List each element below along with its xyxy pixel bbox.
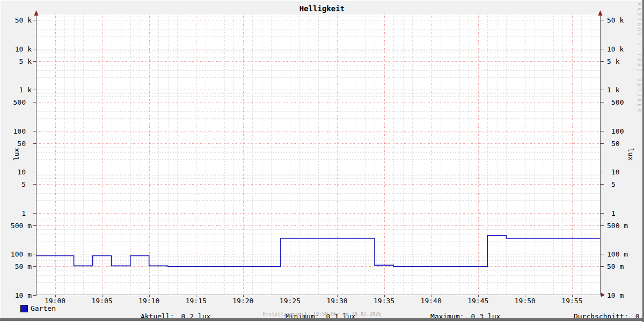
watermark: RRDTOOL / TOBI OETIKER	[636, 3, 642, 114]
y-axis-label-right: 5 k	[607, 57, 619, 65]
x-axis-label: 19:20	[227, 297, 259, 305]
y-axis-label-left: 1	[0, 209, 26, 217]
border-top	[0, 0, 644, 1]
y-axis-label-right: 500 m	[607, 222, 628, 230]
x-axis-label: 19:30	[321, 297, 353, 305]
y-axis-label-right: 500	[611, 98, 624, 106]
y-axis-label-right: 1 k	[607, 86, 619, 94]
y-axis-label-right: 10 k	[607, 45, 624, 53]
y-axis-label-left: 1 k	[0, 86, 32, 94]
x-axis-label: 19:05	[86, 297, 118, 305]
y-axis-label-right: 100 m	[607, 250, 628, 258]
y-axis-arrow-right	[598, 10, 603, 16]
y-axis-label-right: 1	[611, 209, 616, 217]
x-axis-label: 19:35	[368, 297, 400, 305]
y-axis-label-right: 50	[611, 140, 620, 148]
y-axis-label-left: 5 k	[0, 57, 32, 65]
x-axis-label: 19:10	[133, 297, 165, 305]
y-axis-label-right: 10	[611, 168, 620, 176]
plot-area	[0, 0, 644, 322]
x-axis-label: 19:45	[462, 297, 494, 305]
x-axis-label: 19:55	[556, 297, 588, 305]
y-unit-left: lux	[13, 148, 20, 160]
x-axis-label: 19:15	[180, 297, 212, 305]
y-axis-label-left: 10 k	[0, 45, 32, 53]
y-axis-label-right: 10 m	[607, 291, 624, 299]
y-axis-label-left: 50 k	[0, 16, 32, 24]
rrdtool-graph: Helligkeit 50 k10 k5 k1 k500100501051500…	[0, 0, 644, 322]
y-axis-label-left: 100	[0, 127, 26, 135]
x-axis-label: 19:25	[274, 297, 306, 305]
footer-created-text: Erstellungszeit: 19:58 Uhr am 28.02.2026	[0, 311, 644, 317]
x-axis-label: 19:00	[39, 297, 71, 305]
border-left	[0, 0, 1, 322]
y-axis-label-right: 50 k	[607, 16, 624, 24]
y-axis-label-right: 5	[611, 180, 616, 188]
x-axis-arrow	[601, 293, 605, 297]
y-axis-label-left: 50 m	[0, 262, 32, 270]
y-axis-label-left: 100 m	[0, 250, 32, 258]
y-axis-label-left: 10 m	[0, 291, 32, 299]
y-axis-label-left: 50	[0, 140, 26, 148]
x-axis-label: 19:50	[509, 297, 541, 305]
x-axis-label: 19:40	[415, 297, 447, 305]
y-axis-label-right: 100	[611, 127, 624, 135]
y-axis-arrow-left	[34, 10, 39, 16]
y-axis-label-left: 500 m	[0, 222, 32, 230]
border-bottom	[0, 318, 644, 321]
y-unit-right: lux	[627, 148, 634, 160]
y-axis-label-left: 500	[0, 98, 26, 106]
y-axis-label-left: 5	[0, 180, 26, 188]
y-axis-label-left: 10	[0, 168, 26, 176]
y-axis-label-right: 50 m	[607, 262, 624, 270]
